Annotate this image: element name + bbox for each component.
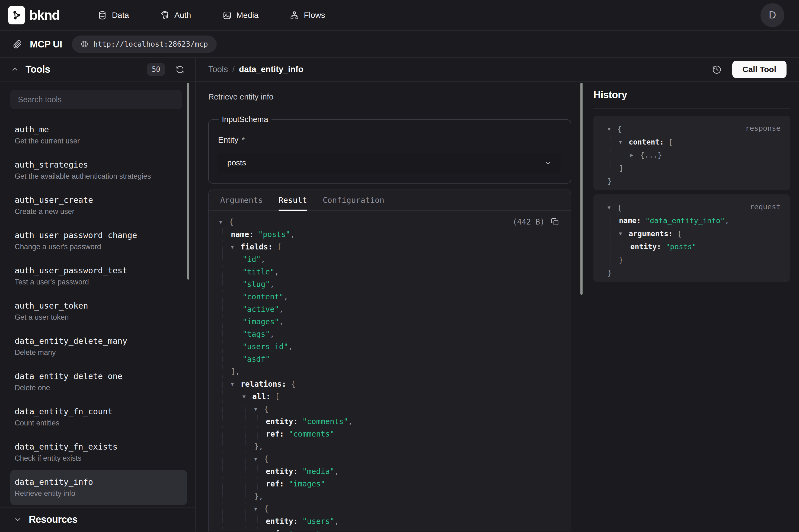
tool-list-item[interactable]: data_entity_delete_manyDelete many [10,329,187,364]
indent-guide [222,453,223,465]
collapse-arrow-icon[interactable]: ▼ [219,219,229,225]
refresh-icon[interactable] [175,65,185,74]
result-json-viewer: ▼{(442 B)name: "posts",▼fields: ["id","t… [209,211,571,531]
indent-guide [245,515,246,527]
sidebar-scrollbar[interactable] [187,83,189,280]
collapse-arrow-icon[interactable]: ▼ [231,244,241,250]
indent-guide [234,315,234,328]
clock-history-icon[interactable] [712,64,722,75]
mcp-bar: MCP UI http://localhost:28623/mcp [0,31,799,58]
tab-result[interactable]: Result [279,190,307,210]
json-token: , [348,417,353,426]
brand[interactable]: bknd [8,6,59,24]
indent-guide [245,440,246,453]
tool-name: data_entity_info [15,477,183,487]
indent-guide [245,428,246,440]
json-line: ▼{ [209,502,571,515]
nav-item-media[interactable]: Media [223,11,259,20]
nav-item-auth[interactable]: Auth [160,11,191,20]
indent-guide [610,227,611,240]
breadcrumb-section[interactable]: Tools [208,64,228,74]
tool-list-item[interactable]: auth_user_createCreate a new user [10,188,187,223]
tool-description: Retrieve entity info [15,489,183,498]
resources-section-header[interactable]: Resources [0,507,195,531]
collapse-arrow-icon[interactable]: ▼ [619,139,629,145]
collapse-arrow-icon[interactable]: ▼ [254,406,264,412]
indent-guide [222,340,223,353]
json-line: }, [209,490,571,502]
indent-guide [245,477,246,490]
indent-guide [245,415,246,428]
bknd-logo-icon [8,6,25,24]
collapse-arrow-icon[interactable]: ▼ [619,230,629,236]
copy-icon[interactable] [551,217,559,226]
tool-description: Get a user token [15,312,183,322]
json-token: , [284,292,288,301]
json-line: ▼fields: [ [209,241,571,253]
fingerprint-icon [160,11,170,20]
tool-list-item[interactable]: auth_strategiesGet the available authent… [10,153,187,188]
chevron-up-icon[interactable] [11,65,19,74]
tool-list-item[interactable]: auth_user_password_testTest a user's pas… [10,259,187,294]
tab-configuration[interactable]: Configuration [323,190,384,210]
tool-list-item[interactable]: data_entity_infoRetrieve entity info [10,470,187,505]
indent-guide [245,490,246,502]
tool-name: auth_user_token [15,301,183,311]
database-icon [98,11,107,20]
tool-list-item[interactable]: data_entity_fn_countCount entities [10,399,187,435]
json-token: content: [629,138,668,146]
json-line: ▼{ [209,453,571,465]
json-token: "media" [302,467,335,476]
history-card-list: response▼{▼content: [▶{...}]}request▼{na… [593,116,790,282]
history-card[interactable]: response▼{▼content: [▶{...}]} [593,116,790,190]
indent-guide [222,253,223,265]
indent-guide [234,502,234,515]
tool-name: data_entity_fn_exists [15,442,183,452]
tools-count-badge: 50 [147,63,165,76]
result-panel: Arguments Result Configuration ▼{(442 B)… [208,190,571,531]
json-line: "users_id", [209,340,571,353]
indent-guide [610,148,611,162]
tool-list-item[interactable]: data_entity_fn_existsCheck if entity exi… [10,435,187,470]
json-line: "content", [209,290,571,303]
json-token: , [288,342,293,351]
indent-guide [622,148,623,162]
tool-list-item[interactable]: auth_user_password_changeChange a user's… [10,223,187,259]
server-url-pill[interactable]: http://localhost:28623/mcp [72,36,217,53]
nav-item-data[interactable]: Data [98,11,129,20]
nav-label: Auth [174,11,191,20]
collapse-arrow-icon[interactable]: ▼ [608,205,617,210]
nav-item-flows[interactable]: Flows [290,11,325,20]
collapse-arrow-icon[interactable]: ▼ [254,456,264,462]
json-token: ref: [266,529,289,532]
history-card[interactable]: request▼{name: "data_entity_info",▼argum… [593,194,790,282]
entity-select[interactable]: posts [218,153,562,173]
json-token: , [335,467,339,476]
expand-arrow-icon[interactable]: ▶ [630,152,640,158]
collapse-arrow-icon[interactable]: ▼ [231,381,241,387]
indent-guide [222,241,223,253]
tool-list-item[interactable]: auth_meGet the current user [10,117,187,153]
collapse-arrow-icon[interactable]: ▼ [608,126,617,132]
indent-guide [610,240,611,253]
json-token: , [335,517,339,526]
json-token: "images" [289,479,325,488]
json-line: ▶{...} [601,148,781,162]
collapse-arrow-icon[interactable]: ▼ [254,506,264,512]
call-tool-button[interactable]: Call Tool [732,61,786,78]
tool-list-item[interactable]: data_entity_delete_oneDelete one [10,364,187,399]
tab-arguments[interactable]: Arguments [220,190,263,210]
main-header: Tools / data_entity_info Call Tool [196,58,799,82]
tool-description: Delete many [15,348,183,357]
tool-description: Test a user's password [15,278,183,287]
globe-icon [80,40,89,48]
main-scrollbar[interactable] [581,83,583,295]
main-nav: Data Auth Media Flows [98,11,325,20]
json-token: "active" [243,305,279,314]
user-avatar[interactable]: D [760,3,784,27]
indent-guide [222,490,223,502]
tool-name: auth_me [15,125,183,135]
search-input[interactable] [10,90,182,109]
tool-list-item[interactable]: auth_user_tokenGet a user token [10,294,187,329]
collapse-arrow-icon[interactable]: ▼ [243,394,252,399]
